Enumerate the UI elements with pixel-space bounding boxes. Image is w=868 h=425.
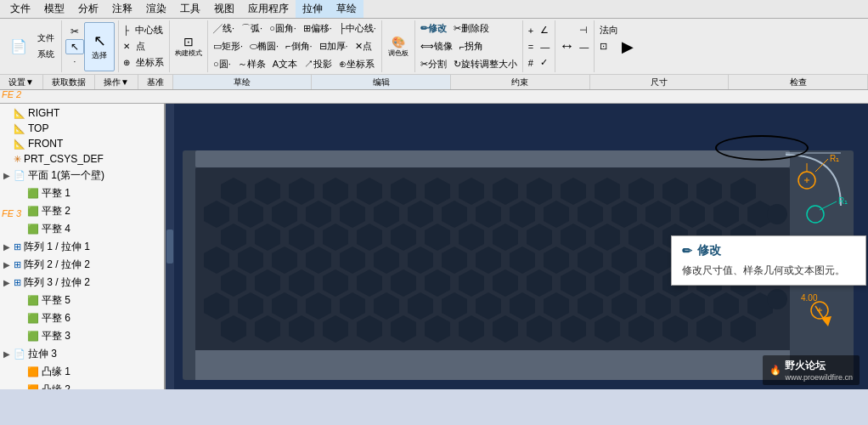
- point-btn[interactable]: ·: [65, 54, 84, 70]
- base-label[interactable]: 基准: [138, 75, 173, 89]
- project-btn[interactable]: ↗投影: [301, 57, 335, 71]
- svg-rect-3: [195, 350, 790, 380]
- dir1-btn[interactable]: ⊣: [576, 24, 591, 37]
- main-content: 📐 RIGHT 📐 TOP 📐 FRONT ✳ PRT_CSYS_DEF ▶ 📄…: [0, 104, 868, 389]
- convex-icon-1: 🟧: [27, 366, 39, 377]
- system-btn[interactable]: 系统: [34, 48, 58, 61]
- stretch-icon-3: 📄: [14, 348, 25, 360]
- watermark: 🔥 野火论坛 www.proewildfire.cn: [763, 355, 860, 385]
- tree-item-flat4[interactable]: 🟩 平整 4: [0, 220, 164, 238]
- menu-file[interactable]: 文件: [3, 0, 37, 18]
- cut-btn[interactable]: ✂: [65, 24, 84, 39]
- tree-item-convex1[interactable]: 🟧 凸缘 1: [0, 363, 164, 381]
- center-line-btn[interactable]: 中心线: [132, 23, 166, 37]
- text-btn[interactable]: A文本: [269, 57, 301, 71]
- svg-text:R₁: R₁: [830, 154, 839, 163]
- select-group: ✂ ↖ · ↖ 选择: [62, 20, 119, 72]
- equal-btn[interactable]: =: [525, 41, 537, 53]
- tree-item-flat6[interactable]: 🟩 平整 6: [0, 309, 164, 327]
- dir2-btn[interactable]: —: [576, 41, 592, 53]
- corner-btn[interactable]: ⌐ 拐角: [456, 39, 487, 54]
- fe3-label: FE 3: [2, 208, 21, 218]
- sketch-mode-btn[interactable]: ⊡ 构建模式: [172, 22, 206, 71]
- round-btn[interactable]: ○圆角·: [266, 21, 300, 36]
- arc-btn[interactable]: ⌒弧·: [238, 21, 266, 36]
- plus-btn[interactable]: +: [525, 25, 537, 37]
- hash-btn[interactable]: #: [525, 57, 537, 69]
- delete-seg-btn[interactable]: ✂ 删除段: [450, 21, 493, 36]
- standard-tools-group: 📄 文件 系统: [2, 20, 62, 72]
- center-coord-group: ├ 中心线 ✕ 点 ⊕ 坐标系: [119, 20, 170, 72]
- array-icon-3: ⊞: [14, 277, 21, 288]
- center-line3-btn[interactable]: ├中心线·: [335, 21, 380, 36]
- menu-annotation[interactable]: 注释: [105, 0, 139, 18]
- svg-text:4.00: 4.00: [801, 293, 818, 303]
- select-large-btn[interactable]: ↖ 选择: [84, 22, 115, 71]
- arrow-btn[interactable]: ↖: [65, 39, 84, 54]
- circle-btn[interactable]: ○圆·: [210, 57, 234, 71]
- color-adjust-btn[interactable]: 🎨 调色板: [385, 22, 412, 71]
- menu-render[interactable]: 渲染: [139, 0, 173, 18]
- new-btn[interactable]: 📄: [5, 22, 32, 71]
- tree-item-convex2[interactable]: 🟧 凸缘 2: [0, 381, 164, 389]
- constraint-group-label: 约束: [451, 75, 590, 89]
- spline-btn[interactable]: ～样条: [234, 57, 269, 71]
- coord-btn[interactable]: 坐标系: [132, 55, 167, 70]
- tree-item-csys[interactable]: ✳ PRT_CSYS_DEF: [0, 151, 164, 167]
- get-data-label[interactable]: 获取数据: [43, 75, 95, 89]
- modify-icon: ✏: [682, 244, 692, 258]
- tree-item-flat1[interactable]: 🟩 平整 1: [0, 184, 164, 202]
- tree-item-array2[interactable]: ▶ ⊞ 阵列 2 / 拉伸 2: [0, 256, 164, 274]
- tree-item-flat5[interactable]: 🟩 平整 5: [0, 292, 164, 309]
- ribbon-labels: 设置▼ 获取数据 操作▼ 基准 草绘 编辑 约束 尺寸 检查: [0, 75, 868, 90]
- menu-apps[interactable]: 应用程序: [241, 0, 296, 18]
- menu-tools[interactable]: 工具: [173, 0, 207, 18]
- menu-stretch[interactable]: 拉伸: [296, 0, 330, 18]
- dim-group-label: 尺寸: [590, 75, 730, 89]
- tree-item-plane1[interactable]: ▶ 📄 平面 1(第一个壁): [0, 167, 164, 184]
- tree-item-array3[interactable]: ▶ ⊞ 阵列 3 / 拉伸 2: [0, 274, 164, 292]
- scroll-indicator[interactable]: [166, 104, 174, 389]
- rect-btn[interactable]: ▭矩形·: [210, 39, 246, 54]
- more-btns-group: 法向 ⊡ ▶: [595, 20, 635, 72]
- toolbar-area: 📄 文件 系统 ✂: [0, 19, 868, 104]
- check-btn[interactable]: ✓: [537, 56, 551, 69]
- flat-icon-2: 🟩: [27, 206, 39, 217]
- menu-model[interactable]: 模型: [37, 0, 71, 18]
- tree-item-front[interactable]: 📐 FRONT: [0, 136, 164, 151]
- line-btn[interactable]: ╱线·: [210, 21, 238, 36]
- tree-item-top[interactable]: 📐 TOP: [0, 121, 164, 136]
- split-btn[interactable]: ✂ 分割: [417, 57, 450, 71]
- point2-btn[interactable]: ✕点: [352, 39, 375, 54]
- tree-item-array1[interactable]: ▶ ⊞ 阵列 1 / 拉伸 1: [0, 238, 164, 256]
- line2-btn[interactable]: —: [537, 41, 553, 53]
- norm2-btn[interactable]: ⊡: [596, 40, 611, 53]
- ellipse-btn[interactable]: ⬭椭圆·: [246, 39, 282, 54]
- tree-item-stretch3[interactable]: ▶ 📄 拉伸 3: [0, 345, 164, 363]
- tooltip-title: ✏ 修改: [682, 243, 855, 258]
- coord2-btn[interactable]: ⊕坐标系: [335, 57, 378, 71]
- rotate-resize-btn[interactable]: ↻ 旋转调整大小: [450, 57, 521, 71]
- offset-btn[interactable]: ⊞偏移·: [300, 21, 335, 36]
- tree-item-right[interactable]: 📐 RIGHT: [0, 105, 164, 121]
- csys-icon: ✳: [14, 154, 21, 165]
- inspect-group-label: 检查: [729, 75, 868, 89]
- menu-view[interactable]: 视图: [207, 0, 241, 18]
- mirror-btn[interactable]: ⟺ 镜像: [417, 39, 456, 54]
- angle-btn[interactable]: ∠: [537, 24, 552, 37]
- thicken-btn[interactable]: ⊟加厚·: [316, 39, 352, 54]
- modify-btn[interactable]: ✏ 修改: [417, 21, 450, 36]
- tree-item-flat2[interactable]: 🟩 平整 2: [0, 202, 164, 220]
- point-dot-btn[interactable]: 点: [132, 39, 149, 54]
- file-system-btn[interactable]: 文件: [34, 31, 58, 45]
- action-label[interactable]: 操作▼: [95, 75, 138, 89]
- menu-analysis[interactable]: 分析: [71, 0, 105, 18]
- setup-label[interactable]: 设置▼: [0, 75, 43, 89]
- flat-icon-3: 🟩: [27, 331, 39, 342]
- norm-btn[interactable]: 法向: [596, 23, 622, 37]
- menu-sketch[interactable]: 草绘: [330, 0, 364, 18]
- tree-item-flat3[interactable]: 🟩 平整 3: [0, 327, 164, 345]
- fillet-btn[interactable]: ⌐倒角·: [282, 39, 315, 54]
- modify-tooltip: ✏ 修改 修改尺寸值、样条几何或文本图元。: [671, 235, 866, 286]
- canvas-area[interactable]: R₁ R₁ R₁ 4.00 ✏ 修改: [166, 104, 868, 389]
